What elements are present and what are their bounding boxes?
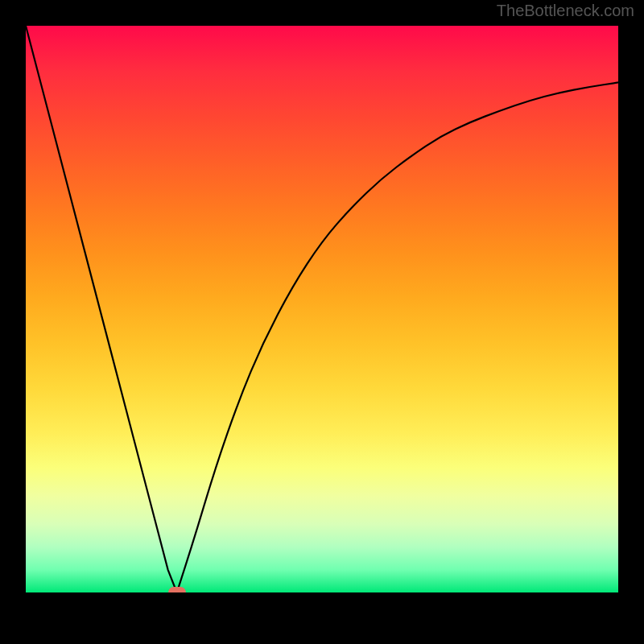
minimum-marker [168,587,186,592]
left-branch-path [26,26,177,592]
right-branch-path [177,82,618,592]
watermark-text: TheBottleneck.com [497,2,634,20]
plot-area [26,26,618,592]
curve-layer [26,26,618,592]
baseline-strip [26,592,618,618]
plot-frame [26,26,618,618]
